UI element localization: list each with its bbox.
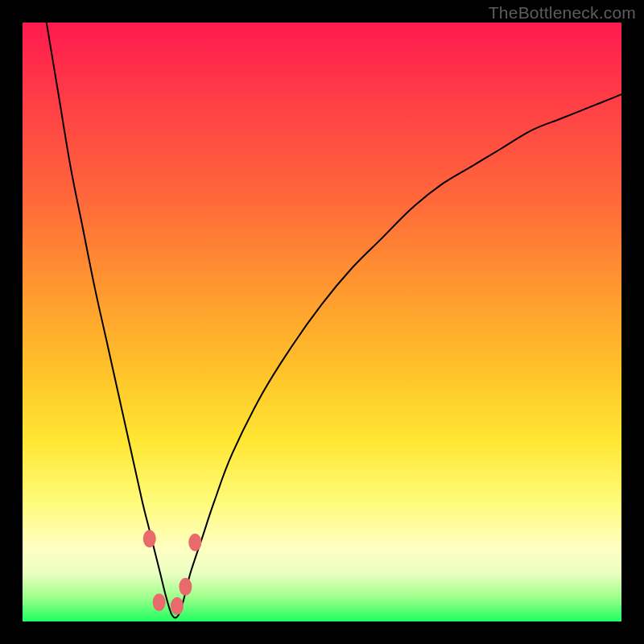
curve-marker [171,597,184,615]
curve-marker [188,534,201,551]
curve-markers [143,530,202,614]
curve-marker [179,578,192,596]
plot-svg [23,23,621,621]
chart-frame: TheBottleneck.com [0,0,644,644]
plot-area [23,23,621,621]
curve-marker [153,593,166,611]
curve-marker [143,530,156,547]
watermark-text: TheBottleneck.com [489,3,636,23]
bottleneck-curve [47,23,621,618]
